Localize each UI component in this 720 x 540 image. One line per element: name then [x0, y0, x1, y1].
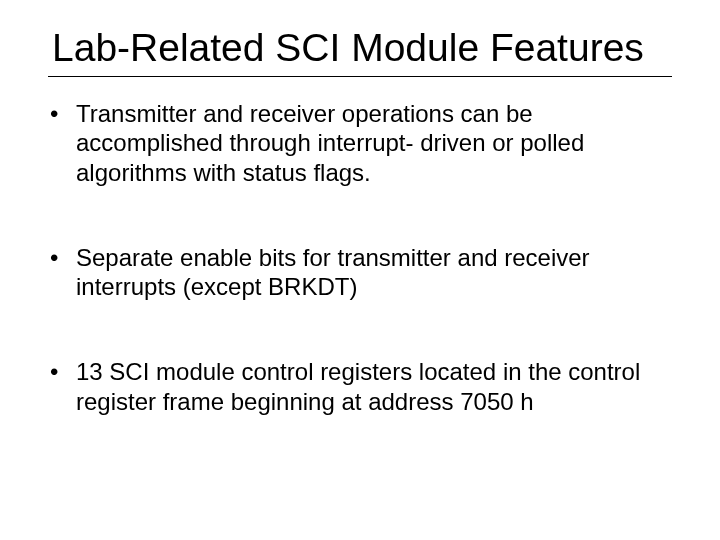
bullet-item: Transmitter and receiver operations can … — [48, 99, 672, 187]
slide: Lab-Related SCI Module Features Transmit… — [0, 0, 720, 540]
bullet-list: Transmitter and receiver operations can … — [48, 99, 672, 416]
title-underline — [48, 76, 672, 77]
slide-title: Lab-Related SCI Module Features — [48, 26, 672, 70]
bullet-item: 13 SCI module control registers located … — [48, 357, 672, 416]
bullet-item: Separate enable bits for transmitter and… — [48, 243, 672, 302]
